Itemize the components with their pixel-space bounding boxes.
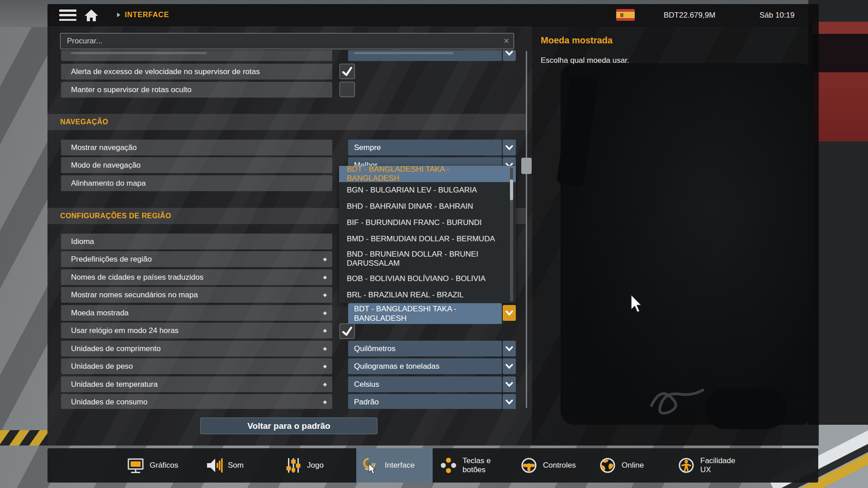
settings-scrollbar-thumb[interactable] [521, 158, 532, 174]
clear-search-icon[interactable]: × [504, 36, 509, 46]
chevron-down-icon [503, 50, 516, 61]
dpad-icon [439, 456, 458, 474]
tab-jogo[interactable]: Jogo [279, 448, 324, 483]
mouse-cursor [630, 294, 647, 316]
diamond-icon: ◆ [323, 305, 327, 321]
currency-option[interactable]: BHD - BAHRAINI DINAR - BAHRAIN [339, 198, 516, 215]
monitor-icon [127, 456, 145, 474]
setting-label[interactable]: Mostrar navegação [61, 140, 332, 155]
diamond-icon: ◆ [323, 376, 327, 392]
cursor-click-icon [362, 456, 380, 474]
diamond-icon: ◆ [323, 287, 327, 303]
game-time: Sáb 10:19 [760, 11, 795, 20]
country-flag [616, 9, 635, 21]
truck-through-panel [561, 63, 814, 425]
setting-label[interactable]: Unidades de temperatura◆ [61, 376, 332, 392]
checkbox-checked[interactable] [340, 324, 355, 339]
ets2-options-screen: { "topbar": { "breadcrumb": "INTERFACE",… [0, 0, 868, 488]
setting-label[interactable]: Nomes de cidades e países traduzidos◆ [61, 269, 332, 285]
currency-option[interactable]: BRL - BRAZILIAN REAL - BRAZIL [339, 287, 516, 303]
chevron-down-icon [503, 341, 516, 357]
diamond-icon: ◆ [323, 251, 327, 267]
home-button[interactable] [84, 9, 99, 22]
chevron-down-icon [503, 305, 516, 321]
breadcrumb-chevron-icon [117, 13, 120, 17]
dropdown-scrollbar-thumb[interactable] [510, 179, 513, 200]
reset-defaults-button[interactable]: Voltar para o padrão [200, 418, 377, 434]
checkbox-unchecked[interactable] [340, 82, 355, 97]
setting-select[interactable] [348, 50, 502, 61]
speaker-icon [205, 456, 223, 474]
hamburger-icon [59, 9, 76, 12]
steering-wheel-icon [520, 456, 538, 474]
diamond-icon: ◆ [323, 341, 327, 357]
currency-option[interactable]: BGN - BULGARIAN LEV - BULGARIA [339, 182, 516, 198]
tab-controles[interactable]: Controles [515, 448, 576, 483]
tab-teclas-e-botoes[interactable]: Teclas e botões [435, 448, 505, 483]
settings-scroll-area: Alerta de excesso de velocidade no super… [47, 50, 532, 409]
currency-option[interactable]: BMD - BERMUDIAN DOLLAR - BERMUDA [339, 231, 516, 247]
search-box: × [60, 33, 514, 49]
diamond-icon: ◆ [323, 323, 327, 338]
top-bar: INTERFACE BDT22.679,9M Sáb 10:19 [47, 4, 819, 26]
setting-label[interactable]: Usar relógio em modo 24 horas◆ [61, 323, 332, 338]
diamond-icon: ◆ [323, 394, 327, 409]
setting-label[interactable] [61, 50, 332, 61]
hazard-stripe [0, 430, 48, 446]
currency-dropdown: BDT - BANGLADESHI TAKA - BANGLADESH BGN … [339, 166, 516, 303]
select-chevron[interactable] [503, 394, 516, 409]
setting-label[interactable]: Manter o supervisor de rotas oculto [61, 82, 332, 98]
setting-select[interactable]: Quilômetros [348, 341, 502, 357]
select-chevron[interactable] [503, 341, 516, 357]
setting-select[interactable]: Padrão [348, 394, 502, 409]
help-description: Escolha qual moeda usar. [541, 56, 629, 65]
currency-option[interactable]: BOB - BOLIVIAN BOLÍVIANO - BOLIVIA [339, 271, 516, 287]
chevron-down-icon [503, 394, 516, 409]
setting-label[interactable]: Predefinições de região◆ [61, 251, 332, 267]
check-icon [340, 65, 354, 78]
tab-interface[interactable]: Interface [356, 448, 433, 483]
currency-select[interactable]: BDT - BANGLADESHI TAKA - BANGLADESH [348, 303, 502, 324]
setting-label[interactable]: Unidades de peso◆ [61, 358, 332, 374]
select-chevron[interactable] [503, 376, 516, 392]
setting-select[interactable]: Celsius [348, 376, 502, 392]
select-chevron[interactable] [503, 140, 516, 155]
setting-select[interactable]: Quilogramas e toneladas [348, 358, 502, 374]
diamond-icon: ◆ [323, 269, 327, 285]
truck-window [813, 34, 868, 72]
globe-icon [599, 456, 617, 474]
currency-select-chevron-active[interactable] [503, 305, 516, 321]
tab-graficos[interactable]: Gráficos [122, 448, 178, 483]
setting-label[interactable]: Mostrar nomes secundários no mapa◆ [61, 287, 332, 303]
chevron-down-icon [503, 140, 516, 155]
setting-label[interactable]: Alerta de excesso de velocidade no super… [61, 64, 332, 80]
menu-button[interactable] [59, 9, 76, 21]
select-chevron[interactable] [503, 50, 516, 61]
currency-option[interactable]: BND - BRUNEIAN DOLLAR - BRUNEI DARUSSALA… [339, 247, 516, 271]
currency-option[interactable]: BIF - BURUNDIAN FRANC - BURUNDI [339, 215, 516, 231]
setting-label[interactable]: Idioma [61, 234, 332, 249]
tab-som[interactable]: Som [200, 448, 244, 483]
help-title: Moeda mostrada [541, 35, 613, 46]
truck-cable [646, 380, 723, 429]
check-icon [340, 324, 354, 338]
chevron-down-icon [503, 376, 516, 392]
checkbox-checked[interactable] [340, 64, 355, 79]
diamond-icon: ◆ [323, 358, 327, 374]
select-chevron[interactable] [503, 358, 516, 374]
home-icon [84, 9, 99, 22]
setting-label[interactable]: Moeda mostrada◆ [61, 305, 332, 321]
tab-online[interactable]: Online [594, 448, 644, 483]
tab-facilidade-ux[interactable]: Facilidade UX [673, 448, 743, 483]
breadcrumb: INTERFACE [125, 11, 169, 19]
currency-option-selected[interactable]: BDT - BANGLADESHI TAKA - BANGLADESH [339, 166, 516, 182]
setting-select[interactable]: Sempre [348, 140, 502, 155]
setting-label[interactable]: Unidades de comprimento◆ [61, 341, 332, 357]
setting-label[interactable]: Modo de navegação [61, 157, 332, 173]
search-input[interactable] [61, 33, 514, 49]
setting-label[interactable]: Alinhamento do mapa [61, 175, 332, 191]
sliders-icon [284, 456, 302, 474]
settings-scrollbar-track[interactable] [526, 51, 527, 408]
setting-label[interactable]: Unidades de consumo◆ [61, 394, 332, 409]
flag-emblem [620, 13, 623, 17]
